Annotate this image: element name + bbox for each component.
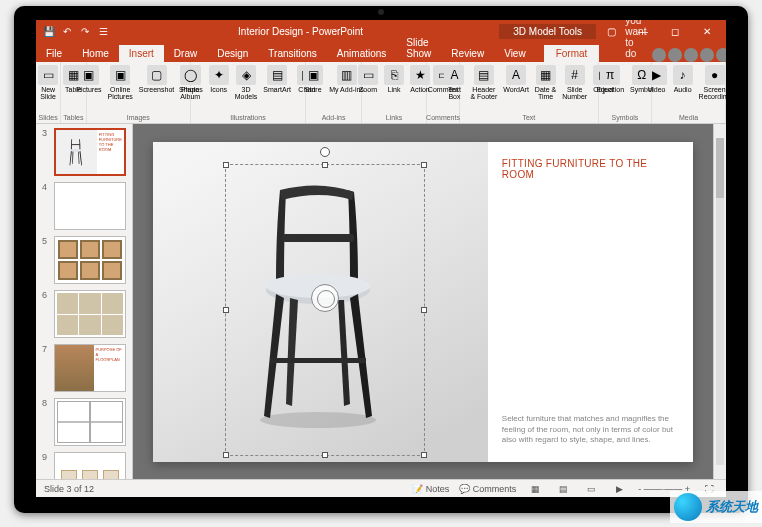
touch-mode-icon[interactable]: ☰: [96, 24, 110, 38]
zoom-button[interactable]: ▭Zoom: [356, 64, 380, 94]
video-button[interactable]: ▶Video: [645, 64, 669, 94]
tab-format[interactable]: Format: [544, 45, 600, 62]
thumbnail-slide-4[interactable]: 4: [42, 182, 126, 230]
redo-icon[interactable]: ↷: [78, 24, 92, 38]
smartart-button[interactable]: ▤SmartArt: [261, 64, 293, 94]
view-reading-icon[interactable]: ▭: [582, 484, 600, 494]
close-icon[interactable]: ✕: [692, 26, 722, 37]
tab-review[interactable]: Review: [441, 45, 494, 62]
thumbnail-preview[interactable]: [54, 290, 126, 338]
3d-rotate-handle[interactable]: [311, 284, 339, 312]
slide-number-icon: #: [565, 65, 585, 85]
link-label: Link: [388, 86, 401, 93]
shapes-button[interactable]: ◯Shapes: [177, 64, 205, 94]
thumbnail-preview[interactable]: FITTING FURNITURE TO THE ROOM: [54, 128, 126, 176]
tab-slideshow[interactable]: Slide Show: [396, 34, 441, 62]
notes-button[interactable]: 📝 Notes: [412, 484, 449, 494]
shapes-label: Shapes: [179, 86, 203, 93]
date-time-button[interactable]: ▦Date & Time: [533, 64, 558, 101]
tab-file[interactable]: File: [36, 45, 72, 62]
screen-rec-icon: ●: [705, 65, 725, 85]
view-normal-icon[interactable]: ▦: [526, 484, 544, 494]
new-slide-icon: ▭: [38, 65, 58, 85]
undo-icon[interactable]: ↶: [60, 24, 74, 38]
thumbnail-slide-5[interactable]: 5: [42, 236, 126, 284]
resize-handle[interactable]: [223, 162, 229, 168]
slide-thumbnails[interactable]: 3FITTING FURNITURE TO THE ROOM4567PURPOS…: [36, 124, 133, 479]
thumbnail-preview[interactable]: [54, 398, 126, 446]
thumbnail-slide-8[interactable]: 8: [42, 398, 126, 446]
avatar-icon[interactable]: [716, 48, 726, 62]
avatar-icon[interactable]: [700, 48, 714, 62]
slide-number-label: Slide Number: [562, 86, 587, 100]
resize-handle[interactable]: [322, 452, 328, 458]
resize-handle[interactable]: [421, 162, 427, 168]
screenshot-button[interactable]: ▢Screenshot: [137, 64, 176, 94]
resize-handle[interactable]: [421, 452, 427, 458]
online-pictures-button[interactable]: ▣Online Pictures: [106, 64, 135, 101]
maximize-icon[interactable]: ◻: [660, 26, 690, 37]
save-icon[interactable]: 💾: [42, 24, 56, 38]
view-slideshow-icon[interactable]: ▶: [610, 484, 628, 494]
thumbnail-slide-7[interactable]: 7PURPOSE OF A FLOORPLAN: [42, 344, 126, 392]
ribbon-group-label: Text: [522, 114, 535, 121]
link-button[interactable]: ⎘Link: [382, 64, 406, 94]
resize-handle[interactable]: [223, 307, 229, 313]
icons-button[interactable]: ✦Icons: [207, 64, 231, 94]
thumbnail-slide-3[interactable]: 3FITTING FURNITURE TO THE ROOM: [42, 128, 126, 176]
rotate-handle[interactable]: [320, 147, 330, 157]
comments-button[interactable]: 💬 Comments: [459, 484, 516, 494]
scrollbar-thumb[interactable]: [716, 138, 724, 198]
audio-button[interactable]: ♪Audio: [671, 64, 695, 94]
tab-animations[interactable]: Animations: [327, 45, 396, 62]
avatar-icon[interactable]: [684, 48, 698, 62]
store-button[interactable]: ▣Store: [301, 64, 325, 94]
resize-handle[interactable]: [322, 162, 328, 168]
tab-transitions[interactable]: Transitions: [258, 45, 327, 62]
3d-models-button[interactable]: ◈3D Models: [233, 64, 260, 101]
thumbnail-slide-6[interactable]: 6: [42, 290, 126, 338]
share-avatars[interactable]: ↗: [652, 48, 726, 62]
resize-handle[interactable]: [421, 307, 427, 313]
wordart-icon: A: [506, 65, 526, 85]
screen-rec-button[interactable]: ●Screen Recording: [697, 64, 726, 101]
tab-view[interactable]: View: [494, 45, 536, 62]
slide-canvas-area[interactable]: FITTING FURNITURE TO THE ROOM Select fur…: [133, 124, 713, 479]
new-slide-button[interactable]: ▭New Slide: [36, 64, 60, 101]
thumbnail-preview[interactable]: [54, 182, 126, 230]
header-footer-button[interactable]: ▤Header & Footer: [468, 64, 499, 101]
vertical-scrollbar[interactable]: [713, 124, 726, 479]
ribbon-group-text: AText Box▤Header & FooterAWordArt▦Date &…: [460, 62, 599, 123]
equation-button[interactable]: πEquation: [594, 64, 626, 94]
tab-home[interactable]: Home: [72, 45, 119, 62]
header-footer-label: Header & Footer: [470, 86, 497, 100]
slide-canvas[interactable]: FITTING FURNITURE TO THE ROOM Select fur…: [153, 142, 693, 462]
thumbnail-preview[interactable]: [54, 452, 126, 479]
ribbon-group-add-ins: ▣Store▥My Add-insAdd-ins: [306, 62, 362, 123]
tab-insert[interactable]: Insert: [119, 45, 164, 62]
header-footer-icon: ▤: [474, 65, 494, 85]
avatar-icon[interactable]: [652, 48, 666, 62]
resize-handle[interactable]: [223, 452, 229, 458]
thumbnail-preview[interactable]: PURPOSE OF A FLOORPLAN: [54, 344, 126, 392]
zoom-label: Zoom: [359, 86, 377, 93]
3d-models-label: 3D Models: [235, 86, 258, 100]
store-icon: ▣: [303, 65, 323, 85]
thumbnail-preview[interactable]: [54, 236, 126, 284]
selection-box[interactable]: [225, 164, 425, 456]
tab-design[interactable]: Design: [207, 45, 258, 62]
screenshot-label: Screenshot: [139, 86, 174, 93]
view-sorter-icon[interactable]: ▤: [554, 484, 572, 494]
avatar-icon[interactable]: [668, 48, 682, 62]
pictures-button[interactable]: ▣Pictures: [74, 64, 103, 94]
menu-tabs: File Home Insert Draw Design Transitions…: [36, 42, 726, 62]
tell-me-search[interactable]: 💡 Tell me what you want to do: [619, 20, 652, 62]
wordart-button[interactable]: AWordArt: [501, 64, 531, 94]
thumbnail-slide-9[interactable]: 9: [42, 452, 126, 479]
tab-draw[interactable]: Draw: [164, 45, 207, 62]
smartart-label: SmartArt: [263, 86, 291, 93]
slide-counter[interactable]: Slide 3 of 12: [44, 484, 94, 494]
textbox-button[interactable]: AText Box: [442, 64, 466, 101]
slide-number-button[interactable]: #Slide Number: [560, 64, 589, 101]
ribbon-group-images: ▣Pictures▣Online Pictures▢Screenshot▤Pho…: [87, 62, 191, 123]
